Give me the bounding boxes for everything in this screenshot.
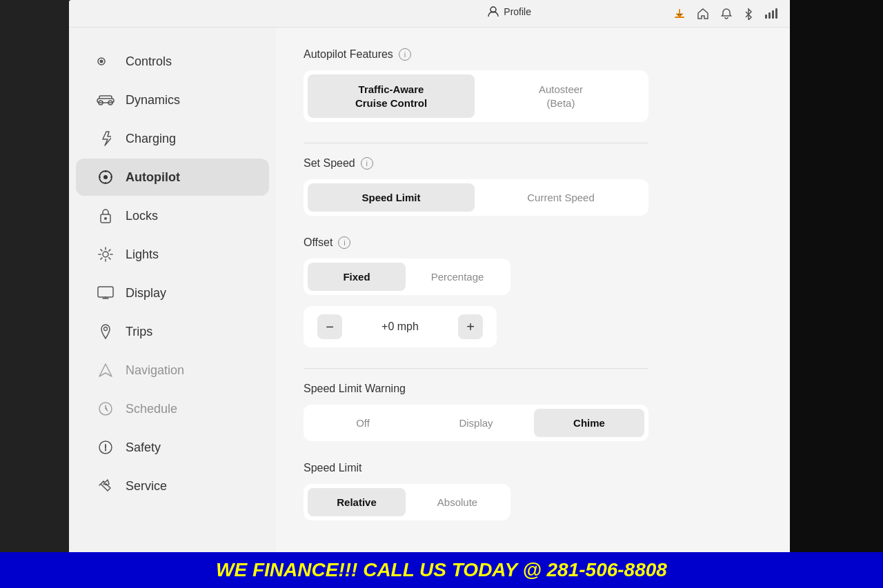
warning-chime-btn[interactable]: Chime [534,409,644,437]
set-speed-title: Set Speed i [304,157,766,170]
divider-2 [304,368,648,369]
home-icon-container [697,8,709,20]
signal-icon-container [764,8,780,20]
minus-label: − [326,319,334,335]
safety-icon [97,438,115,456]
warning-display-btn[interactable]: Display [421,409,531,437]
sidebar-item-charging[interactable]: Charging [76,120,269,157]
schedule-label: Schedule [126,402,177,416]
content-area: Controls Dynamics [69,28,793,588]
current-speed-btn[interactable]: Current Speed [477,183,644,212]
safety-label: Safety [126,440,161,455]
svg-rect-1 [765,14,767,19]
warning-off-btn[interactable]: Off [308,409,418,437]
speed-limit-warning-label: Speed Limit Warning [304,383,406,395]
svg-rect-15 [98,287,113,297]
charging-label: Charging [126,132,176,146]
banner-text: WE FINANCE!!! CALL US TODAY @ 281-506-88… [216,559,667,580]
set-speed-info[interactable]: i [361,157,373,170]
signal-icon [764,8,780,20]
absolute-btn[interactable]: Absolute [408,488,506,516]
svg-marker-17 [99,364,112,376]
bluetooth-icon [744,8,753,20]
set-speed-section: Set Speed i Speed Limit Current Speed [304,157,766,216]
offset-toggle: Fixed Percentage [304,258,510,295]
set-speed-label: Set Speed [304,157,355,170]
sidebar: Controls Dynamics [69,28,276,588]
percentage-btn[interactable]: Percentage [408,263,506,291]
lights-icon [97,245,115,263]
autopilot-label: Autopilot [126,170,180,185]
sidebar-item-locks[interactable]: Locks [76,197,269,234]
sidebar-item-schedule[interactable]: Schedule [76,390,269,427]
svg-point-13 [104,217,107,220]
autopilot-features-label: Autopilot Features [304,48,393,61]
speed-limit-warning-toggle: Off Display Chime [304,405,648,441]
speed-value: +0 mph [381,321,419,333]
sidebar-item-safety[interactable]: Safety [76,429,269,466]
navigation-label: Navigation [126,363,184,378]
schedule-icon [97,400,115,418]
speed-limit-btn[interactable]: Speed Limit [308,183,475,212]
fixed-btn[interactable]: Fixed [308,263,406,291]
dynamics-icon [97,91,115,109]
autopilot-features-toggle: Traffic-Aware Cruise Control Autosteer (… [304,70,648,122]
svg-point-6 [100,60,103,63]
speed-limit-title: Speed Limit [304,462,766,474]
tacc-btn[interactable]: Traffic-Aware Cruise Control [308,74,475,118]
service-label: Service [126,479,167,494]
offset-info[interactable]: i [338,236,350,249]
set-speed-toggle: Speed Limit Current Speed [304,179,648,216]
profile-icon [487,6,499,18]
bottom-banner: WE FINANCE!!! CALL US TODAY @ 281-506-88… [0,552,883,588]
profile-button[interactable]: Profile [487,6,531,18]
sidebar-item-trips[interactable]: Trips [76,313,269,350]
sidebar-item-display[interactable]: Display [76,274,269,312]
sidebar-item-controls[interactable]: Controls [76,43,269,80]
svg-point-16 [104,327,108,331]
plus-label: + [466,319,475,335]
speed-limit-section: Speed Limit Relative Absolute [304,462,766,520]
decrement-btn[interactable]: − [317,314,342,339]
display-icon [97,284,115,302]
sidebar-item-autopilot[interactable]: Autopilot [76,159,269,196]
sidebar-item-dynamics[interactable]: Dynamics [76,81,269,119]
profile-label: Profile [504,6,531,17]
locks-label: Locks [126,209,158,223]
dark-left-edge [0,0,69,588]
relative-btn[interactable]: Relative [308,488,406,516]
svg-point-11 [103,175,108,179]
top-bar: Profile [69,0,793,28]
svg-rect-2 [768,12,771,19]
svg-rect-4 [775,8,777,19]
autopilot-features-info[interactable]: i [399,48,411,61]
controls-icon [97,52,115,70]
charging-icon [97,130,115,148]
trips-icon [97,323,115,341]
sidebar-item-service[interactable]: Service [76,467,269,505]
increment-btn[interactable]: + [458,314,483,339]
offset-section: Offset i Fixed Percentage − +0 mph + [304,236,766,347]
svg-rect-3 [772,10,774,19]
dark-right-edge [790,0,883,588]
bluetooth-icon-container [744,8,753,20]
download-icon [673,8,686,20]
display-label: Display [126,286,166,301]
controls-label: Controls [126,54,172,69]
autopilot-features-title: Autopilot Features i [304,48,766,61]
bell-icon [720,8,733,20]
sidebar-item-lights[interactable]: Lights [76,236,269,273]
trips-label: Trips [126,325,152,339]
home-icon [697,8,709,20]
autopilot-features-section: Autopilot Features i Traffic-Aware Cruis… [304,48,766,122]
offset-title: Offset i [304,236,766,249]
svg-point-14 [103,252,108,257]
speed-limit-toggle: Relative Absolute [304,484,510,520]
service-icon [97,477,115,495]
speed-control: − +0 mph + [304,306,497,347]
speed-limit-label: Speed Limit [304,462,362,474]
lights-label: Lights [126,247,159,262]
sidebar-item-navigation[interactable]: Navigation [76,352,269,389]
autosteer-btn[interactable]: Autosteer (Beta) [477,74,644,118]
bell-icon-container [720,8,733,20]
